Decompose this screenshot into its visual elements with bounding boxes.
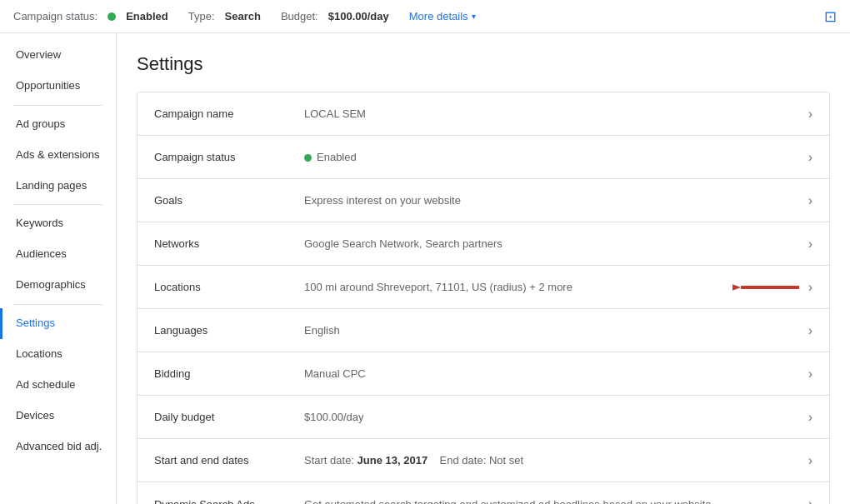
campaign-status-value: Enabled [126, 10, 168, 22]
sidebar-divider-2 [13, 204, 102, 205]
sidebar-item-demographics[interactable]: Demographics [0, 270, 116, 301]
sidebar-item-keywords[interactable]: Keywords [0, 208, 116, 239]
label-networks: Networks [154, 237, 304, 250]
page-title: Settings [137, 53, 830, 75]
locations-arrow [732, 276, 799, 299]
sidebar-item-devices[interactable]: Devices [0, 401, 116, 432]
value-start-end-dates: Start date: June 13, 2017 End date: Not … [304, 454, 802, 467]
label-goals: Goals [154, 194, 304, 207]
sidebar-divider-3 [13, 304, 102, 305]
value-daily-budget: $100.00/day [304, 411, 802, 423]
more-details-label: More details [409, 10, 468, 22]
value-campaign-name: LOCAL SEM [304, 107, 802, 120]
more-details-button[interactable]: More details ▾ [409, 10, 476, 22]
budget-label: Budget: [281, 10, 318, 22]
sidebar-item-locations[interactable]: Locations [0, 339, 116, 370]
chevron-campaign-status[interactable]: › [808, 150, 812, 165]
campaign-info: Campaign status: Enabled Type: Search Bu… [13, 10, 824, 22]
value-locations: 100 mi around Shreveport, 71101, US (rad… [304, 281, 802, 293]
type-label: Type: [188, 10, 215, 22]
chevron-locations[interactable]: › [808, 280, 812, 295]
content-area: Settings Campaign name LOCAL SEM › Campa… [117, 33, 850, 504]
row-daily-budget[interactable]: Daily budget $100.00/day › [138, 396, 829, 439]
sidebar-item-settings[interactable]: Settings [0, 308, 116, 339]
sidebar-item-ad-groups[interactable]: Ad groups [0, 109, 116, 140]
chevron-networks[interactable]: › [808, 237, 812, 252]
row-dynamic-search-ads[interactable]: Dynamic Search Ads Get automated search … [138, 482, 829, 504]
label-languages: Languages [154, 324, 304, 337]
sidebar-item-ad-schedule[interactable]: Ad schedule [0, 370, 116, 401]
sidebar-item-ads-extensions[interactable]: Ads & extensions [0, 140, 116, 171]
budget-value: $100.00/day [328, 10, 389, 22]
chevron-dynamic-search-ads[interactable]: › [808, 497, 812, 504]
label-daily-budget: Daily budget [154, 411, 304, 423]
row-goals[interactable]: Goals Express interest on your website › [138, 179, 829, 222]
sidebar-item-opportunities[interactable]: Opportunities [0, 71, 116, 102]
label-campaign-status: Campaign status [154, 151, 304, 163]
scan-icon[interactable]: ⊡ [824, 7, 837, 26]
row-start-end-dates[interactable]: Start and end dates Start date: June 13,… [138, 439, 829, 482]
status-dot [108, 12, 116, 21]
value-campaign-status: Enabled [304, 151, 802, 163]
sidebar: Overview Opportunities Ad groups Ads & e… [0, 33, 117, 504]
chevron-start-end-dates[interactable]: › [808, 453, 812, 468]
row-campaign-status[interactable]: Campaign status Enabled › [138, 136, 829, 179]
sidebar-item-advanced-bid[interactable]: Advanced bid adj. [0, 432, 116, 462]
campaign-status-label: Campaign status: [13, 10, 98, 22]
settings-card: Campaign name LOCAL SEM › Campaign statu… [137, 92, 830, 504]
main-layout: Overview Opportunities Ad groups Ads & e… [0, 33, 850, 504]
row-languages[interactable]: Languages English › [138, 309, 829, 352]
value-languages: English [304, 324, 802, 337]
chevron-bidding[interactable]: › [808, 367, 812, 382]
value-networks: Google Search Network, Search partners [304, 237, 802, 250]
label-start-end-dates: Start and end dates [154, 454, 304, 467]
row-campaign-name[interactable]: Campaign name LOCAL SEM › [138, 92, 829, 136]
sidebar-divider-1 [13, 105, 102, 106]
chevron-goals[interactable]: › [808, 193, 812, 208]
chevron-down-icon: ▾ [472, 12, 476, 21]
value-bidding: Manual CPC [304, 367, 802, 380]
type-value: Search [225, 10, 261, 22]
chevron-campaign-name[interactable]: › [808, 107, 812, 122]
chevron-daily-budget[interactable]: › [808, 410, 812, 425]
row-bidding[interactable]: Bidding Manual CPC › [138, 352, 829, 396]
value-goals: Express interest on your website [304, 194, 802, 207]
label-bidding: Bidding [154, 367, 304, 380]
enabled-dot [304, 154, 312, 162]
sidebar-item-landing-pages[interactable]: Landing pages [0, 171, 116, 202]
value-dynamic-search-ads: Get automated search targeting and custo… [304, 498, 802, 505]
label-locations: Locations [154, 281, 304, 293]
sidebar-item-audiences[interactable]: Audiences [0, 239, 116, 270]
label-dynamic-search-ads: Dynamic Search Ads [154, 498, 304, 505]
label-campaign-name: Campaign name [154, 107, 304, 120]
row-networks[interactable]: Networks Google Search Network, Search p… [138, 222, 829, 266]
top-bar: Campaign status: Enabled Type: Search Bu… [0, 0, 850, 33]
row-locations[interactable]: Locations 100 mi around Shreveport, 7110… [138, 266, 829, 309]
chevron-languages[interactable]: › [808, 323, 812, 338]
sidebar-item-overview[interactable]: Overview [0, 40, 116, 71]
